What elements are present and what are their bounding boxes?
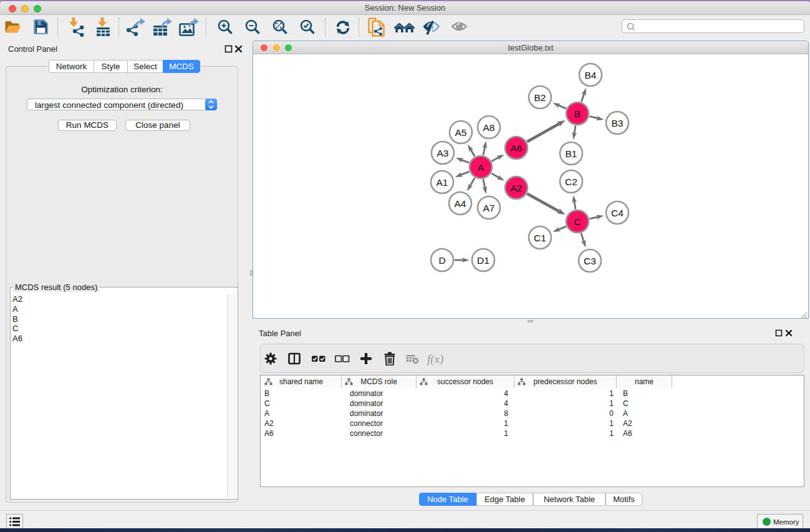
svg-text:C3: C3 (584, 256, 596, 266)
svg-text:A4: A4 (455, 198, 466, 209)
svg-text:D1: D1 (477, 255, 489, 266)
svg-text:C: C (574, 216, 581, 227)
svg-text:A3: A3 (437, 148, 449, 158)
svg-text:A7: A7 (483, 203, 495, 213)
svg-text:A2: A2 (511, 183, 523, 193)
svg-text:A: A (478, 162, 485, 173)
svg-text:B: B (574, 109, 581, 119)
svg-text:A6: A6 (511, 143, 523, 153)
svg-text:A5: A5 (455, 127, 467, 138)
svg-text:C1: C1 (534, 233, 546, 243)
svg-text:A1: A1 (436, 177, 448, 188)
svg-text:A8: A8 (483, 122, 495, 133)
svg-text:B4: B4 (585, 70, 597, 80)
svg-text:D: D (438, 255, 445, 266)
svg-text:B3: B3 (612, 118, 624, 128)
svg-text:B2: B2 (534, 92, 546, 103)
svg-text:C4: C4 (611, 208, 624, 218)
svg-text:B1: B1 (566, 148, 577, 159)
svg-text:C2: C2 (565, 177, 577, 187)
